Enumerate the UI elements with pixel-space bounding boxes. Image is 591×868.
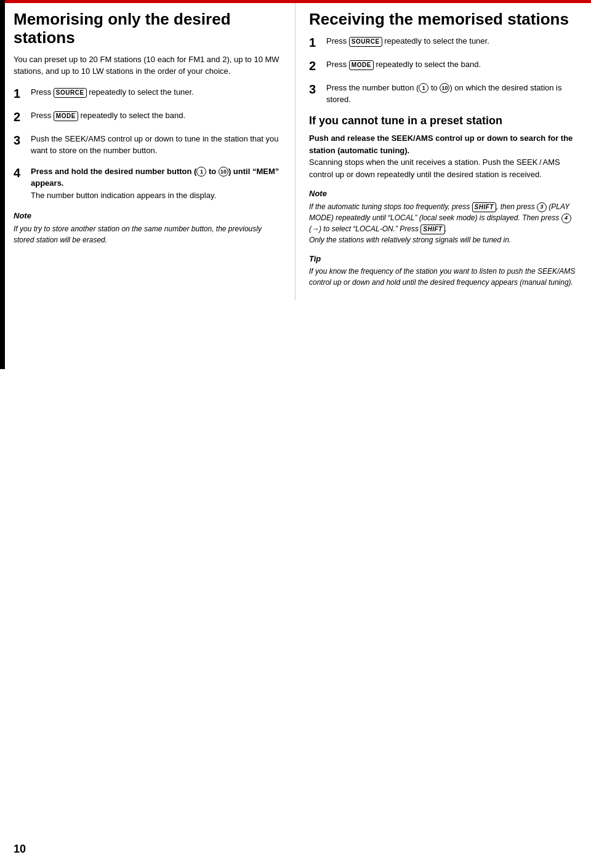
mode-key-2: MODE [349,60,374,70]
right-title: Receiving the memorised stations [309,10,580,29]
circle-1-right: 1 [419,83,428,93]
step-4-bold: Press and hold the desired number button… [31,167,279,188]
step-number-1: 1 [14,86,31,101]
right-note-label: Note [309,188,580,200]
right-note: Note If the automatic tuning stops too f… [309,188,580,245]
mode-key-1: MODE [54,111,78,121]
step-4-content: Press and hold the desired number button… [31,165,284,202]
left-title: Memorising only the desired stations [14,10,284,47]
right-step-2: 2 Press MODE repeatedly to select the ba… [309,58,580,73]
page: Memorising only the desired stations You… [0,0,591,868]
step-1-content: Press SOURCE repeatedly to select the tu… [31,86,194,98]
left-note-text: If you try to store another station on t… [14,225,262,244]
right-tip-text: If you know the frequency of the station… [309,267,575,287]
right-column: Receiving the memorised stations 1 Press… [296,3,591,300]
subheading: If you cannot tune in a preset station [309,114,580,128]
step-number-4: 4 [14,165,31,180]
circle-10-right: 10 [440,83,449,93]
left-sidebar-bar [0,0,5,369]
shift-key-1: SHIFT [472,202,496,212]
right-tip: Tip If you know the frequency of the sta… [309,253,580,289]
left-column: Memorising only the desired stations You… [0,3,296,300]
right-step-1: 1 Press SOURCE repeatedly to select the … [309,35,580,50]
left-step-3: 3 Push the SEEK/AMS control up or down t… [14,133,284,157]
step-number-3: 3 [14,133,31,148]
right-step-2-content: Press MODE repeatedly to select the band… [326,58,481,71]
right-step-number-3: 3 [309,82,326,97]
columns: Memorising only the desired stations You… [0,0,591,300]
step-2-content: Press MODE repeatedly to select the band… [31,109,185,122]
source-key-2: SOURCE [349,37,382,47]
shift-key-2: SHIFT [420,225,444,234]
subheading-bold: Push and release the SEEK/AMS control up… [309,133,573,155]
page-number: 10 [14,843,26,856]
right-step-3: 3 Press the number button (1 to 10) on w… [309,82,580,106]
left-step-4: 4 Press and hold the desired number butt… [14,165,284,202]
top-bar-right [296,0,591,3]
step-4-sub: The number button indication appears in … [31,191,216,200]
left-intro: You can preset up to 20 FM stations (10 … [14,54,284,78]
right-step-number-2: 2 [309,58,326,73]
top-bar-left [0,0,296,3]
right-step-3-content: Press the number button (1 to 10) on whi… [326,82,580,106]
left-note-label: Note [14,210,284,222]
left-step-1: 1 Press SOURCE repeatedly to select the … [14,86,284,101]
step-3-content: Push the SEEK/AMS control up or down to … [31,133,284,157]
subheading-content: Push and release the SEEK/AMS control up… [309,132,580,180]
circle-10-left: 10 [219,167,228,177]
circle-1-left: 1 [196,167,206,177]
left-note: Note If you try to store another station… [14,210,284,245]
source-key-1: SOURCE [54,88,87,98]
left-step-2: 2 Press MODE repeatedly to select the ba… [14,109,284,124]
right-step-1-content: Press SOURCE repeatedly to select the tu… [326,35,489,47]
right-step-number-1: 1 [309,35,326,50]
step-number-2: 2 [14,109,31,124]
right-note-text: If the automatic tuning stops too freque… [309,202,571,244]
circle-3: 3 [537,202,547,212]
circle-4: 4 [561,213,571,223]
right-tip-label: Tip [309,253,580,265]
